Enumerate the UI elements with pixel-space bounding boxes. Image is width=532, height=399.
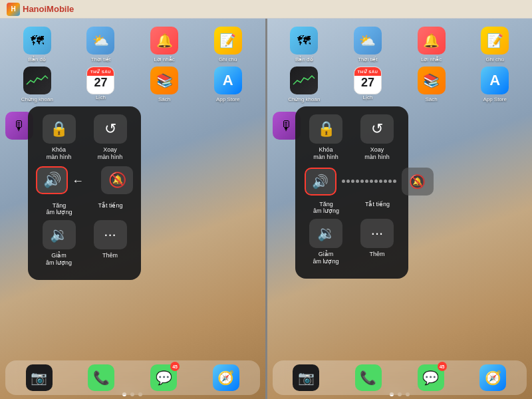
app-stocks[interactable]: Chứng khoán (19, 66, 56, 102)
vol-up-label: Tăngâm lượng (46, 202, 72, 217)
weather-icon: ⛅ (86, 27, 114, 55)
rotate-screen-item[interactable]: ↺ Xoaymàn hình (87, 114, 134, 161)
vol-labels-row: Tăngâm lượng Tắt tiếng (33, 202, 136, 217)
volume-up-icon[interactable]: 🔊 (36, 166, 68, 194)
appstore-icon: A (214, 66, 242, 94)
right-app-appstore[interactable]: A App Store (476, 66, 513, 102)
app-maps[interactable]: 🗺 Bản đồ (19, 27, 56, 63)
left-app-row-2: Chứng khoán THỨ SÁU 27 Lịch 📚 Sách (0, 65, 265, 105)
lock-label: Khóamàn hình (47, 146, 72, 161)
calendar-header: THỨ SÁU (87, 67, 114, 76)
right-rotate-icon: ↺ (360, 114, 394, 144)
right-dock-camera[interactable]: 📷 (293, 364, 319, 391)
stocks-label: Chứng khoán (21, 96, 53, 102)
reminder-label: Lời nhắc (154, 57, 174, 63)
calendar-icon: THỨ SÁU 27 (86, 66, 114, 94)
right-vol-up-label: Tăngâm lượng (313, 201, 339, 215)
right-app-notes[interactable]: 📝 Ghi chú (476, 27, 513, 63)
volume-up-row: 🔊 ← 🔕 (33, 166, 136, 197)
right-volume-up-icon[interactable]: 🔊 (305, 168, 336, 196)
right-calendar-day-num: 27 (361, 76, 374, 88)
reminder-icon: 🔔 (150, 27, 178, 55)
right-books-icon: 📚 (418, 66, 446, 94)
app-reminder[interactable]: 🔔 Lời nhắc (146, 27, 183, 63)
right-stocks-label: Chứng khoán (288, 96, 320, 102)
calendar-day-name: THỨ SÁU (90, 69, 111, 74)
menu-top-row: 🔒 Khóamàn hình ↺ Xoaymàn hình (33, 114, 136, 161)
right-app-stocks[interactable]: Chứng khoán (285, 66, 323, 102)
right-more-dots-icon: ··· (360, 219, 394, 248)
app-weather[interactable]: ⛅ Thời tiết (82, 27, 119, 63)
vd12 (393, 180, 396, 183)
right-volume-up-row: 🔊 (301, 166, 403, 197)
right-books-label: Sách (425, 96, 437, 102)
right-calendar-icon: THỨ SÁU 27 (354, 66, 382, 94)
vol-down-item[interactable]: 🔉 Giảmâm lượng (36, 220, 82, 267)
right-vol-down-item[interactable]: 🔉 Giảmâm lượng (303, 219, 349, 265)
right-mute-icon[interactable]: 🔕 (402, 168, 434, 196)
dock-messages[interactable]: 💬 45 (150, 364, 177, 391)
right-dock-safari[interactable]: 🧭 (479, 364, 506, 391)
vd8 (374, 180, 378, 183)
app-books[interactable]: 📚 Sách (146, 66, 183, 102)
app-notes[interactable]: 📝 Ghi chú (209, 27, 247, 63)
app-calendar[interactable]: THỨ SÁU 27 Lịch (82, 66, 119, 102)
menu-bottom-row: 🔉 Giảmâm lượng ··· Thêm (33, 220, 136, 267)
right-app-books[interactable]: 📚 Sách (413, 66, 450, 102)
vol-down-icon: 🔉 (43, 220, 76, 249)
right-notes-label: Ghi chú (485, 57, 504, 63)
mute-label: Tắt tiếng (98, 202, 122, 217)
right-menu-top-row: 🔒 Khóamàn hình ↺ Xoaymàn hình (301, 114, 403, 161)
right-app-weather[interactable]: ⛅ Thời tiết (349, 27, 386, 63)
right-vol-labels-row: Tăngâm lượng Tắt tiếng (301, 201, 403, 215)
rotate-label: Xoaymàn hình (98, 146, 123, 161)
notes-label: Ghi chú (219, 57, 237, 63)
books-label: Sách (158, 96, 170, 102)
calendar-day-num: 27 (94, 76, 107, 88)
right-calendar-label: Lịch (362, 94, 372, 100)
rotate-icon: ↺ (94, 114, 127, 144)
dock-phone[interactable]: 📞 (88, 364, 114, 391)
vd2 (346, 180, 350, 183)
right-dock-phone[interactable]: 📞 (355, 364, 382, 391)
more-item[interactable]: ··· Thêm (87, 220, 134, 267)
lock-screen-item[interactable]: 🔒 Khóamàn hình (36, 114, 82, 161)
notes-icon: 📝 (214, 27, 242, 55)
more-label: Thêm (102, 252, 118, 259)
right-dock-messages[interactable]: 💬 45 (418, 364, 444, 391)
mute-icon[interactable]: 🔕 (101, 166, 133, 194)
vd10 (384, 180, 387, 183)
dock-safari[interactable]: 🧭 (213, 364, 239, 391)
logo-icon: H (7, 3, 20, 16)
dock-camera[interactable]: 📷 (26, 364, 53, 391)
right-phone-panel: 🗺 Bản đồ ⛅ Thời tiết 🔔 Lời nhắc 📝 Ghi ch… (267, 19, 533, 399)
right-vol-down-icon: 🔉 (309, 219, 342, 248)
right-rotate-screen-item[interactable]: ↺ Xoaymàn hình (354, 114, 400, 161)
vd7 (370, 180, 373, 183)
right-reminder-label: Lời nhắc (421, 57, 442, 63)
right-more-label: Thêm (369, 251, 384, 258)
right-mute-label: Tắt tiếng (365, 201, 390, 215)
right-app-calendar[interactable]: THỨ SÁU 27 Lịch (349, 66, 386, 102)
right-more-item[interactable]: ··· Thêm (354, 219, 400, 265)
right-vol-down-label: Giảmâm lượng (313, 251, 338, 265)
right-context-menu: 🔒 Khóamàn hình ↺ Xoaymàn hình 🔊 (295, 106, 408, 279)
left-context-area: 🎙 🔒 Khóamàn hình ↺ Xoaymàn hình (0, 105, 265, 387)
right-reminder-icon: 🔔 (418, 27, 446, 55)
left-phone-bg: 🗺 Bản đồ ⛅ Thời tiết 🔔 Lời nhắc 📝 Ghi ch… (0, 19, 265, 399)
books-icon: 📚 (150, 66, 178, 94)
app-appstore[interactable]: A App Store (209, 66, 247, 102)
maps-icon: 🗺 (23, 27, 51, 55)
vd3 (351, 180, 354, 183)
left-phone-panel: 🗺 Bản đồ ⛅ Thời tiết 🔔 Lời nhắc 📝 Ghi ch… (0, 19, 265, 399)
vd9 (379, 180, 382, 183)
right-app-maps[interactable]: 🗺 Bản đồ (285, 27, 323, 63)
stocks-icon (23, 66, 51, 94)
left-dock: 📷 📞 💬 45 🧭 (5, 360, 260, 395)
right-stocks-icon (290, 66, 318, 94)
right-app-reminder[interactable]: 🔔 Lời nhắc (413, 27, 450, 63)
right-lock-screen-item[interactable]: 🔒 Khóamàn hình (303, 114, 349, 161)
arrow-icon: ← (72, 174, 84, 188)
right-app-row-2: Chứng khoán THỨ SÁU 27 Lịch 📚 Sách (267, 65, 533, 105)
weather-label: Thời tiết (91, 57, 111, 63)
